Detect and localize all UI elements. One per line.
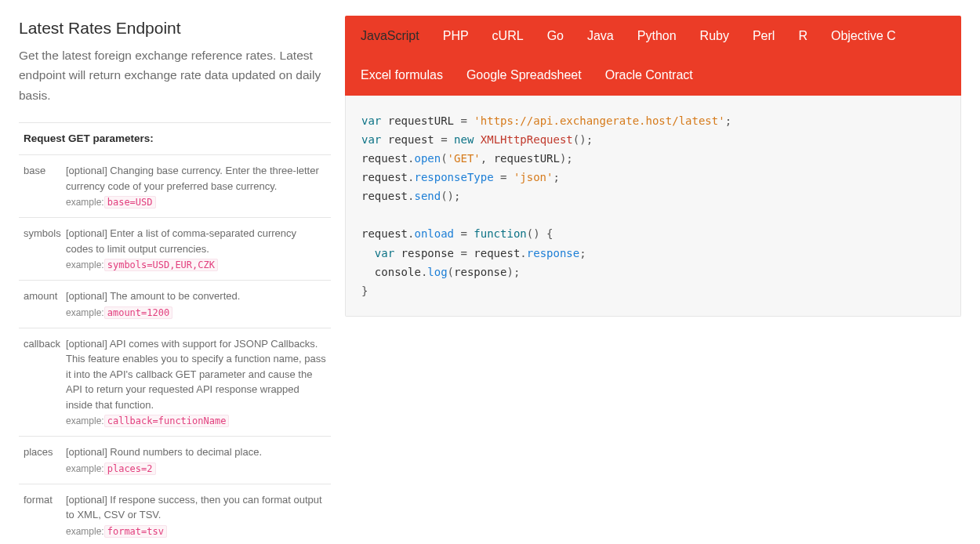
param-row: format[optional] If respone success, the… <box>19 484 331 544</box>
page-title: Latest Rates Endpoint <box>19 16 331 41</box>
tab-excel-formulas[interactable]: Excel formulas <box>361 66 443 85</box>
tab-oracle-contract[interactable]: Oracle Contract <box>605 66 693 85</box>
tab-objective-c[interactable]: Objective C <box>831 27 896 45</box>
param-example-code: places=2 <box>104 462 156 475</box>
tab-go[interactable]: Go <box>547 27 564 45</box>
param-name: base <box>24 163 66 209</box>
tab-javascript[interactable]: JavaScript <box>361 27 419 45</box>
param-name: callback <box>24 336 66 429</box>
param-row: symbols[optional] Enter a list of comma-… <box>19 218 331 281</box>
params-header: Request GET parameters: <box>19 122 331 155</box>
code-sample: var requestURL = 'https://api.exchangera… <box>345 96 961 317</box>
param-name: symbols <box>24 226 66 272</box>
param-row: places[optional] Round numbers to decima… <box>19 437 331 484</box>
tab-java[interactable]: Java <box>587 27 614 45</box>
example-label: example: <box>66 259 104 270</box>
param-example-code: callback=functionName <box>104 415 230 427</box>
page-description: Get the latest foreign exchange referenc… <box>19 45 331 106</box>
code-panel: JavaScriptPHPcURLGoJavaPythonRubyPerlROb… <box>345 16 980 544</box>
example-label: example: <box>66 415 104 426</box>
param-example-code: amount=1200 <box>104 306 172 319</box>
tab-perl[interactable]: Perl <box>753 27 775 45</box>
tab-r[interactable]: R <box>798 27 808 45</box>
param-row: base[optional] Changing base currency. E… <box>19 155 331 218</box>
param-body: [optional] If respone success, then you … <box>66 492 326 539</box>
tab-google-spreadsheet[interactable]: Google Spreadsheet <box>466 66 582 85</box>
example-label: example: <box>66 463 104 474</box>
param-name: format <box>24 492 66 539</box>
tab-curl[interactable]: cURL <box>492 27 524 45</box>
param-row: amount[optional] The amount to be conver… <box>19 281 331 328</box>
param-example-code: base=USD <box>104 196 156 209</box>
param-body: [optional] Enter a list of comma-separat… <box>66 226 326 272</box>
param-body: [optional] Changing base currency. Enter… <box>66 163 326 209</box>
param-desc: [optional] Changing base currency. Enter… <box>66 163 326 194</box>
param-desc: [optional] Enter a list of comma-separat… <box>66 226 326 256</box>
param-desc: [optional] If respone success, then you … <box>66 492 326 523</box>
param-name: amount <box>24 288 66 320</box>
param-name: places <box>24 444 66 476</box>
param-example-code: format=tsv <box>104 525 167 538</box>
param-desc: [optional] The amount to be converted. <box>66 288 326 304</box>
param-body: [optional] API comes with support for JS… <box>66 336 326 429</box>
param-desc: [optional] API comes with support for JS… <box>66 336 326 413</box>
param-row: callback[optional] API comes with suppor… <box>19 328 331 437</box>
tab-php[interactable]: PHP <box>443 27 469 45</box>
example-label: example: <box>66 307 104 318</box>
example-label: example: <box>66 197 104 208</box>
language-tabs: JavaScriptPHPcURLGoJavaPythonRubyPerlROb… <box>345 16 961 96</box>
param-desc: [optional] Round numbers to decimal plac… <box>66 444 326 460</box>
param-body: [optional] Round numbers to decimal plac… <box>66 444 326 476</box>
example-label: example: <box>66 526 104 537</box>
docs-panel: Latest Rates Endpoint Get the latest for… <box>0 16 345 544</box>
param-example-code: symbols=USD,EUR,CZK <box>104 259 218 271</box>
tab-ruby[interactable]: Ruby <box>700 27 729 45</box>
tab-python[interactable]: Python <box>637 27 677 45</box>
param-body: [optional] The amount to be converted.ex… <box>66 288 326 320</box>
